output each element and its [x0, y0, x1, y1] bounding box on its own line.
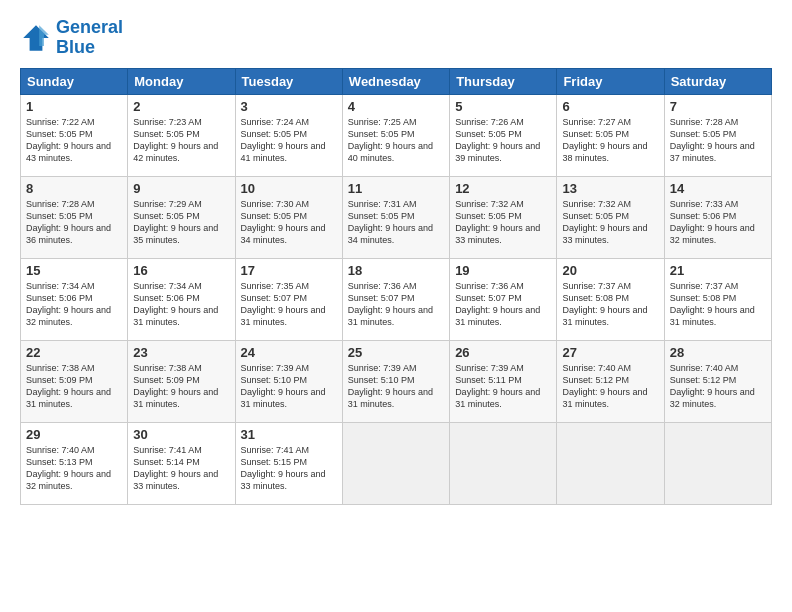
day-number: 2 — [133, 99, 229, 114]
sunrise-label: Sunrise: 7:37 AM — [562, 281, 631, 291]
day-number: 19 — [455, 263, 551, 278]
day-number: 3 — [241, 99, 337, 114]
sunrise-label: Sunrise: 7:34 AM — [26, 281, 95, 291]
day-info: Sunrise: 7:33 AM Sunset: 5:06 PM Dayligh… — [670, 198, 766, 247]
calendar-cell: 10 Sunrise: 7:30 AM Sunset: 5:05 PM Dayl… — [235, 176, 342, 258]
day-number: 7 — [670, 99, 766, 114]
calendar-header-monday: Monday — [128, 68, 235, 94]
calendar-cell: 8 Sunrise: 7:28 AM Sunset: 5:05 PM Dayli… — [21, 176, 128, 258]
daylight-label: Daylight: 9 hours and 31 minutes. — [348, 305, 433, 327]
calendar-header-saturday: Saturday — [664, 68, 771, 94]
calendar-cell: 31 Sunrise: 7:41 AM Sunset: 5:15 PM Dayl… — [235, 422, 342, 504]
sunrise-label: Sunrise: 7:28 AM — [670, 117, 739, 127]
sunset-label: Sunset: 5:12 PM — [562, 375, 629, 385]
calendar-header-wednesday: Wednesday — [342, 68, 449, 94]
day-info: Sunrise: 7:22 AM Sunset: 5:05 PM Dayligh… — [26, 116, 122, 165]
sunrise-label: Sunrise: 7:41 AM — [241, 445, 310, 455]
sunrise-label: Sunrise: 7:36 AM — [348, 281, 417, 291]
calendar-header-friday: Friday — [557, 68, 664, 94]
sunset-label: Sunset: 5:07 PM — [241, 293, 308, 303]
sunset-label: Sunset: 5:09 PM — [133, 375, 200, 385]
sunrise-label: Sunrise: 7:37 AM — [670, 281, 739, 291]
sunrise-label: Sunrise: 7:31 AM — [348, 199, 417, 209]
calendar-week-2: 8 Sunrise: 7:28 AM Sunset: 5:05 PM Dayli… — [21, 176, 772, 258]
sunrise-label: Sunrise: 7:39 AM — [348, 363, 417, 373]
calendar-header-tuesday: Tuesday — [235, 68, 342, 94]
day-number: 29 — [26, 427, 122, 442]
calendar-header-row: SundayMondayTuesdayWednesdayThursdayFrid… — [21, 68, 772, 94]
sunset-label: Sunset: 5:05 PM — [670, 129, 737, 139]
day-info: Sunrise: 7:40 AM Sunset: 5:12 PM Dayligh… — [670, 362, 766, 411]
day-number: 26 — [455, 345, 551, 360]
calendar-cell: 11 Sunrise: 7:31 AM Sunset: 5:05 PM Dayl… — [342, 176, 449, 258]
day-number: 30 — [133, 427, 229, 442]
day-number: 23 — [133, 345, 229, 360]
daylight-label: Daylight: 9 hours and 32 minutes. — [26, 469, 111, 491]
daylight-label: Daylight: 9 hours and 36 minutes. — [26, 223, 111, 245]
sunset-label: Sunset: 5:07 PM — [348, 293, 415, 303]
daylight-label: Daylight: 9 hours and 33 minutes. — [133, 469, 218, 491]
day-info: Sunrise: 7:28 AM Sunset: 5:05 PM Dayligh… — [26, 198, 122, 247]
calendar-cell: 14 Sunrise: 7:33 AM Sunset: 5:06 PM Dayl… — [664, 176, 771, 258]
svg-marker-1 — [39, 25, 49, 46]
daylight-label: Daylight: 9 hours and 31 minutes. — [133, 387, 218, 409]
sunset-label: Sunset: 5:09 PM — [26, 375, 93, 385]
calendar-cell — [557, 422, 664, 504]
day-info: Sunrise: 7:34 AM Sunset: 5:06 PM Dayligh… — [26, 280, 122, 329]
day-info: Sunrise: 7:36 AM Sunset: 5:07 PM Dayligh… — [348, 280, 444, 329]
calendar-cell: 9 Sunrise: 7:29 AM Sunset: 5:05 PM Dayli… — [128, 176, 235, 258]
calendar-cell: 16 Sunrise: 7:34 AM Sunset: 5:06 PM Dayl… — [128, 258, 235, 340]
sunrise-label: Sunrise: 7:40 AM — [670, 363, 739, 373]
day-info: Sunrise: 7:41 AM Sunset: 5:14 PM Dayligh… — [133, 444, 229, 493]
day-info: Sunrise: 7:29 AM Sunset: 5:05 PM Dayligh… — [133, 198, 229, 247]
sunrise-label: Sunrise: 7:33 AM — [670, 199, 739, 209]
day-number: 31 — [241, 427, 337, 442]
daylight-label: Daylight: 9 hours and 31 minutes. — [455, 305, 540, 327]
day-info: Sunrise: 7:39 AM Sunset: 5:10 PM Dayligh… — [348, 362, 444, 411]
day-number: 25 — [348, 345, 444, 360]
sunset-label: Sunset: 5:05 PM — [348, 211, 415, 221]
sunset-label: Sunset: 5:05 PM — [241, 129, 308, 139]
day-number: 18 — [348, 263, 444, 278]
calendar-cell: 13 Sunrise: 7:32 AM Sunset: 5:05 PM Dayl… — [557, 176, 664, 258]
sunrise-label: Sunrise: 7:38 AM — [26, 363, 95, 373]
sunset-label: Sunset: 5:11 PM — [455, 375, 522, 385]
sunset-label: Sunset: 5:06 PM — [26, 293, 93, 303]
day-info: Sunrise: 7:40 AM Sunset: 5:12 PM Dayligh… — [562, 362, 658, 411]
day-number: 13 — [562, 181, 658, 196]
day-number: 24 — [241, 345, 337, 360]
sunrise-label: Sunrise: 7:30 AM — [241, 199, 310, 209]
sunset-label: Sunset: 5:05 PM — [455, 211, 522, 221]
daylight-label: Daylight: 9 hours and 31 minutes. — [241, 305, 326, 327]
day-info: Sunrise: 7:36 AM Sunset: 5:07 PM Dayligh… — [455, 280, 551, 329]
daylight-label: Daylight: 9 hours and 35 minutes. — [133, 223, 218, 245]
calendar-cell: 2 Sunrise: 7:23 AM Sunset: 5:05 PM Dayli… — [128, 94, 235, 176]
day-number: 1 — [26, 99, 122, 114]
sunset-label: Sunset: 5:13 PM — [26, 457, 93, 467]
day-number: 4 — [348, 99, 444, 114]
sunset-label: Sunset: 5:08 PM — [670, 293, 737, 303]
calendar-header-sunday: Sunday — [21, 68, 128, 94]
daylight-label: Daylight: 9 hours and 31 minutes. — [455, 387, 540, 409]
daylight-label: Daylight: 9 hours and 31 minutes. — [562, 387, 647, 409]
calendar-cell: 26 Sunrise: 7:39 AM Sunset: 5:11 PM Dayl… — [450, 340, 557, 422]
calendar-cell: 19 Sunrise: 7:36 AM Sunset: 5:07 PM Dayl… — [450, 258, 557, 340]
day-info: Sunrise: 7:24 AM Sunset: 5:05 PM Dayligh… — [241, 116, 337, 165]
calendar-cell: 6 Sunrise: 7:27 AM Sunset: 5:05 PM Dayli… — [557, 94, 664, 176]
day-info: Sunrise: 7:31 AM Sunset: 5:05 PM Dayligh… — [348, 198, 444, 247]
calendar-cell: 20 Sunrise: 7:37 AM Sunset: 5:08 PM Dayl… — [557, 258, 664, 340]
day-info: Sunrise: 7:25 AM Sunset: 5:05 PM Dayligh… — [348, 116, 444, 165]
day-number: 15 — [26, 263, 122, 278]
calendar-cell: 21 Sunrise: 7:37 AM Sunset: 5:08 PM Dayl… — [664, 258, 771, 340]
sunset-label: Sunset: 5:14 PM — [133, 457, 200, 467]
sunrise-label: Sunrise: 7:40 AM — [26, 445, 95, 455]
calendar-cell: 7 Sunrise: 7:28 AM Sunset: 5:05 PM Dayli… — [664, 94, 771, 176]
calendar-cell: 28 Sunrise: 7:40 AM Sunset: 5:12 PM Dayl… — [664, 340, 771, 422]
sunrise-label: Sunrise: 7:27 AM — [562, 117, 631, 127]
calendar-week-4: 22 Sunrise: 7:38 AM Sunset: 5:09 PM Dayl… — [21, 340, 772, 422]
calendar-cell — [664, 422, 771, 504]
calendar-cell: 4 Sunrise: 7:25 AM Sunset: 5:05 PM Dayli… — [342, 94, 449, 176]
sunrise-label: Sunrise: 7:38 AM — [133, 363, 202, 373]
calendar-cell: 18 Sunrise: 7:36 AM Sunset: 5:07 PM Dayl… — [342, 258, 449, 340]
calendar-cell: 1 Sunrise: 7:22 AM Sunset: 5:05 PM Dayli… — [21, 94, 128, 176]
